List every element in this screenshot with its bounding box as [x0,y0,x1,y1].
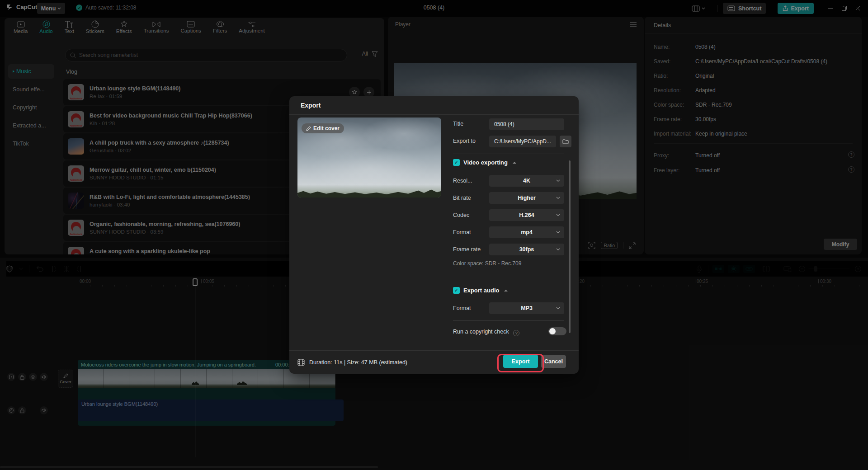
export-dialog: Export Edit cover Title 0508 (4) Export … [289,96,579,374]
divider [453,320,564,321]
bitrate-value: Higher [518,195,536,201]
title-field-label: Title [453,121,463,127]
browse-folder-button[interactable] [560,136,571,147]
chevron-down-icon [556,197,560,199]
pencil-icon [306,126,311,131]
chevron-down-icon [556,248,560,251]
export-dialog-title: Export [289,96,579,115]
resolution-label: Resol... [453,178,472,184]
collapse-caret-icon[interactable] [513,162,516,164]
format-label: Format [453,229,471,235]
edit-cover-button[interactable]: Edit cover [302,123,344,133]
export-to-label: Export to [453,138,476,144]
copyright-check-row: Run a copyright check ? [453,329,519,336]
edit-cover-label: Edit cover [313,125,340,132]
audio-format-dropdown[interactable]: MP3 [489,302,564,314]
codec-label: Codec [453,212,469,218]
audio-format-label: Format [453,305,471,311]
copyright-check-label: Run a copyright check [453,329,509,335]
codec-value: H.264 [519,212,534,218]
chevron-down-icon [556,179,560,182]
framerate-label: Frame rate [453,246,481,253]
chevron-down-icon [556,307,560,310]
folder-icon [562,139,569,144]
film-icon [297,359,305,366]
annotation-highlight [497,354,544,372]
title-value: 0508 (4) [494,121,514,127]
format-dropdown[interactable]: mp4 [489,226,564,238]
color-space-text: Color space: SDR - Rec.709 [453,260,521,267]
export-path-value: C:/Users/MyPC/AppD... [494,138,551,145]
collapse-caret-icon[interactable] [504,290,508,291]
export-path-input[interactable]: C:/Users/MyPC/AppD... [489,136,556,147]
resolution-value: 4K [523,178,530,184]
title-input[interactable]: 0508 (4) [489,118,564,130]
export-audio-section: ✓ Export audio [453,287,508,294]
video-section-label: Video exporting [463,159,508,166]
chevron-down-icon [556,231,560,234]
codec-dropdown[interactable]: H.264 [489,209,564,221]
audio-section-label: Export audio [463,287,499,294]
format-value: mp4 [521,229,533,235]
framerate-dropdown[interactable]: 30fps [489,244,564,255]
bitrate-dropdown[interactable]: Higher [489,192,564,204]
bitrate-label: Bit rate [453,195,471,201]
export-summary: Duration: 11s | Size: 47 MB (estimated) [309,359,407,366]
export-cover-preview: Edit cover [297,118,441,197]
chevron-down-icon [556,214,560,216]
video-exporting-section: ✓ Video exporting [453,159,516,166]
dialog-scrollbar[interactable] [569,160,571,333]
copyright-check-toggle[interactable] [548,327,566,335]
framerate-value: 30fps [519,246,534,253]
audio-export-checkbox[interactable]: ✓ [453,287,460,294]
help-icon[interactable]: ? [513,330,519,336]
cover-grass [297,188,441,197]
video-export-checkbox[interactable]: ✓ [453,159,460,166]
cancel-button[interactable]: Cancel [541,355,566,368]
divider [453,154,564,154]
audio-format-value: MP3 [521,305,533,311]
resolution-dropdown[interactable]: 4K [489,175,564,187]
